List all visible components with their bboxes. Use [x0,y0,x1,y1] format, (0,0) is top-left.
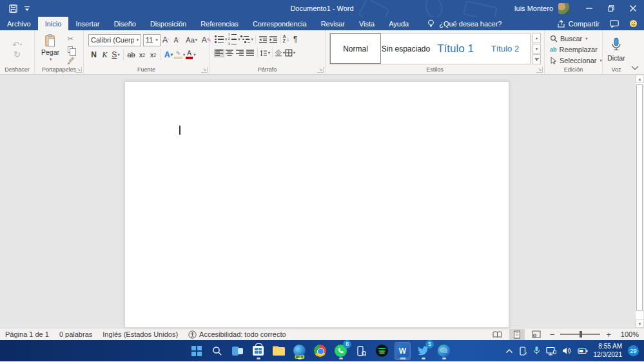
chrome-button[interactable] [312,342,328,360]
customize-quick-access-toolbar-icon[interactable] [24,6,30,12]
edge-dev-button[interactable]: DEV [291,342,307,360]
read-mode-button[interactable] [490,329,505,340]
vertical-scrollbar[interactable]: ▲ ▼ [635,75,643,328]
feedback-smiley-icon[interactable] [629,19,638,28]
justify-button[interactable] [245,49,255,57]
underline-button[interactable]: S▾ [110,49,121,61]
tab-insertar[interactable]: Insertar [68,17,106,30]
grow-font-button[interactable]: Aˆ [161,34,171,46]
taskbar-clock[interactable]: 8:55 AM 12/3/2021 [594,343,623,359]
tab-inicio[interactable]: Inicio [38,17,69,30]
find-button[interactable]: Buscar ▾ [550,33,602,43]
taskbar-search-button[interactable] [209,342,225,360]
display-tray-icon[interactable] [546,347,556,356]
style-titulo-2[interactable]: Título 2 [480,33,530,64]
strikethrough-button[interactable]: ab [126,49,137,61]
italic-button[interactable]: K [99,49,110,61]
numbered-list-button[interactable]: 123 [227,35,237,44]
tell-me-search[interactable]: ¿Qué desea hacer? [427,17,502,30]
dictate-button[interactable]: Dictar [607,37,625,62]
comments-icon[interactable] [610,20,619,28]
start-button[interactable] [188,342,204,360]
format-painter-button[interactable] [64,56,76,65]
save-icon[interactable] [9,5,17,13]
zoom-slider[interactable] [560,334,600,335]
avatar[interactable] [558,3,569,14]
increase-indent-button[interactable] [268,35,278,44]
scrollbar-thumb[interactable] [636,84,643,311]
tab-archivo[interactable]: Archivo [0,17,38,30]
tab-diseno[interactable]: Diseño [107,17,143,30]
spotify-button[interactable] [374,342,390,360]
font-size-combobox[interactable]: 11▾ [143,34,161,46]
subscript-button[interactable]: x2 [137,49,148,61]
user-name[interactable]: luis Montero [514,5,553,12]
tab-vista[interactable]: Vista [352,17,382,30]
web-layout-button[interactable] [529,329,544,340]
font-name-combobox[interactable]: Calibri (Cuerpo)▾ [88,34,141,46]
align-center-button[interactable] [224,49,235,57]
style-sin-espaciado[interactable]: Sin espaciado [381,33,431,64]
scroll-up-button[interactable]: ▲ [636,75,644,83]
clipboard-dialog-launcher[interactable]: ↘ [75,67,82,73]
borders-button[interactable]: ▾ [285,49,295,57]
show-paragraph-marks-button[interactable]: ¶ [293,35,297,44]
align-right-button[interactable] [235,49,245,57]
font-color-button[interactable]: A▾ [185,49,196,61]
undo-button[interactable]: ↶▾ [12,41,22,49]
microphone-tray-icon[interactable] [533,346,540,356]
style-normal[interactable]: Normal [330,33,381,64]
tab-disposicion[interactable]: Disposición [143,17,193,30]
cut-button[interactable]: ✂ [64,34,76,43]
tab-referencias[interactable]: Referencias [193,17,246,30]
zoom-level[interactable]: 100% [617,330,639,338]
phone-tray-icon[interactable] [519,347,527,356]
tab-revisar[interactable]: Revisar [314,17,352,30]
collapse-ribbon-button[interactable] [631,66,639,70]
battery-tray-icon[interactable] [578,348,588,354]
font-dialog-launcher[interactable]: ↘ [201,67,208,73]
tab-correspondencia[interactable]: Correspondencia [246,17,314,30]
tab-ayuda[interactable]: Ayuda [382,17,416,30]
multilevel-list-button[interactable] [240,35,251,44]
hidden-icons-chevron[interactable] [505,348,513,354]
volume-tray-icon[interactable] [562,347,572,355]
change-case-button[interactable]: Aa▾ [186,34,197,46]
task-view-button[interactable] [229,342,246,360]
print-layout-button[interactable] [509,329,525,340]
notification-count-badge[interactable]: 29 [628,345,639,356]
word-count[interactable]: 0 palabras [59,330,92,338]
zoom-out-button[interactable]: − [548,330,557,339]
style-titulo-1[interactable]: Título 1 [431,33,480,64]
replace-button[interactable]: ab Reemplazar [550,44,602,54]
zoom-slider-handle[interactable] [580,331,582,338]
file-explorer-button[interactable] [271,342,287,360]
zoom-in-button[interactable]: + [604,330,613,339]
redo-button[interactable]: ↻ [14,50,21,59]
document-page[interactable] [124,81,509,328]
microsoft-store-button[interactable] [250,342,266,360]
decrease-indent-button[interactable] [258,35,268,44]
align-left-button[interactable] [214,49,224,57]
styles-dialog-launcher[interactable]: ↘ [536,67,543,73]
text-highlight-button[interactable]: ✎▾ [174,49,185,61]
line-spacing-button[interactable]: ▾ [260,49,270,57]
language-indicator[interactable]: Inglés (Estados Unidos) [102,330,178,338]
shrink-font-button[interactable]: Aˇ [171,34,182,46]
styles-scroll-up-button[interactable]: ▴ [532,33,541,43]
paragraph-dialog-launcher[interactable]: ↘ [317,67,324,73]
close-button[interactable] [622,0,644,17]
word-taskbar-button[interactable]: W [395,342,411,360]
phone-link-button[interactable] [353,342,369,360]
edge-button[interactable] [436,342,452,360]
bold-button[interactable]: N [88,49,99,61]
twitter-button[interactable]: 5 [415,342,431,360]
minimize-button[interactable] [578,0,600,17]
page-indicator[interactable]: Página 1 de 1 [5,330,49,338]
whatsapp-button[interactable]: 8 [333,342,349,360]
paste-button[interactable]: Pegar ▾ [39,33,62,66]
shading-button[interactable]: ▾ [275,49,285,57]
superscript-button[interactable]: x2 [148,49,159,61]
share-button[interactable]: Compartir [557,20,600,28]
restore-button[interactable] [600,0,622,17]
